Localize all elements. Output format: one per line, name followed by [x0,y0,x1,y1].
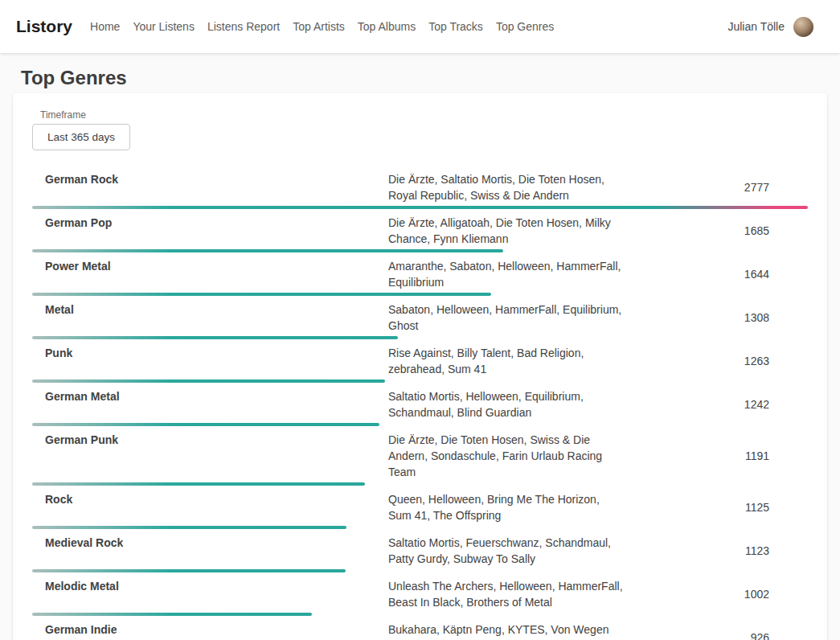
genre-row: German Metal Saltatio Mortis, Helloween,… [32,383,808,426]
genre-artists: Unleash The Archers, Helloween, HammerFa… [388,578,625,610]
genre-name: Rock [32,491,388,523]
genre-table: German Rock Die Ärzte, Saltatio Mortis, … [32,166,808,640]
genre-progress-gradient [32,482,365,486]
genre-progress-gradient [32,293,491,296]
genre-progress-gradient [32,613,312,616]
nav-item-listens-report[interactable]: Listens Report [207,20,280,33]
genre-artists: Die Ärzte, Alligatoah, Die Toten Hosen, … [388,215,625,247]
main-content: Top Genres Timeframe Last 365 days Germa… [0,68,840,640]
genre-name: German Punk [32,432,388,480]
genre-progress-gradient [32,379,385,383]
nav-item-your-listens[interactable]: Your Listens [133,20,195,33]
genre-count: 926 [625,631,808,640]
genre-progress-fill [32,569,346,572]
timeframe-select[interactable]: Last 365 days [32,124,130,150]
genre-progress-gradient [32,336,398,339]
nav-item-home[interactable]: Home [90,20,120,33]
genre-name: Metal [32,302,388,334]
genre-progress-fill [32,423,379,426]
genre-progress-fill [32,293,491,296]
genre-row: Medieval Rock Saltatio Mortis, Feuerschw… [32,529,808,572]
genre-row: Rock Queen, Helloween, Bring Me The Hori… [32,486,808,529]
genre-row: German Indie Bukahara, Käptn Peng, KYTES… [32,616,808,640]
genre-count: 1242 [625,398,808,411]
genre-count: 1002 [625,588,808,601]
topbar: Listory Home Your Listens Listens Report… [0,0,840,53]
genre-progress-fill [32,206,808,209]
genre-artists: Die Ärzte, Saltatio Mortis, Die Toten Ho… [388,171,625,203]
genre-progress-fill [32,526,346,529]
genre-name: German Metal [32,388,388,421]
genre-progress-fill [32,613,312,616]
genre-count: 1685 [625,224,808,237]
genre-row: Punk Rise Against, Billy Talent, Bad Rel… [32,339,808,383]
genre-artists: Sabaton, Helloween, HammerFall, Equilibr… [388,302,625,334]
app-logo[interactable]: Listory [16,17,72,36]
genre-artists: Bukahara, Käptn Peng, KYTES, Von Wegen L… [388,622,625,640]
genre-count: 2777 [625,181,808,194]
genre-count: 1125 [625,501,808,514]
genre-row: German Rock Die Ärzte, Saltatio Mortis, … [32,166,808,209]
genre-name: Medieval Rock [32,535,388,567]
genre-name: German Pop [32,215,388,247]
genre-row: Power Metal Amaranthe, Sabaton, Hellowee… [32,252,808,296]
genre-progress-fill [32,379,385,383]
main-nav: Home Your Listens Listens Report Top Art… [90,20,554,33]
nav-item-top-artists[interactable]: Top Artists [293,20,345,33]
genre-artists: Saltatio Mortis, Feuerschwanz, Schandmau… [388,535,625,567]
genre-progress-gradient [32,526,346,529]
nav-item-top-albums[interactable]: Top Albums [358,20,416,33]
timeframe-label: Timeframe [40,109,808,121]
genre-progress-gradient [32,569,346,572]
user-name: Julian Tölle [727,20,785,33]
genre-progress-fill [32,249,503,252]
genre-count: 1308 [625,311,808,324]
user-menu[interactable]: Julian Tölle [727,17,813,37]
genre-progress-gradient [32,249,503,252]
genre-name: German Indie [32,622,388,640]
genre-progress-gradient [32,423,379,426]
page-title: Top Genres [21,68,827,88]
genre-name: Melodic Metal [32,578,388,610]
genre-count: 1123 [625,544,808,557]
genre-row: Metal Sabaton, Helloween, HammerFall, Eq… [32,296,808,339]
genre-artists: Queen, Helloween, Bring Me The Horizon, … [388,491,625,523]
genre-row: Melodic Metal Unleash The Archers, Hello… [32,572,808,616]
genre-progress-gradient [32,206,808,209]
genre-count: 1644 [625,268,808,281]
genre-row: German Pop Die Ärzte, Alligatoah, Die To… [32,209,808,252]
nav-item-top-genres[interactable]: Top Genres [496,20,554,33]
genre-progress-bar [32,206,808,209]
user-avatar[interactable] [793,17,813,37]
genre-count: 1263 [625,355,808,367]
genre-progress-fill [32,336,398,339]
genre-artists: Die Ärzte, Die Toten Hosen, Swiss & Die … [388,432,625,480]
top-genres-card: Timeframe Last 365 days German Rock Die … [13,93,827,640]
genre-progress-fill [32,482,365,486]
genre-artists: Amaranthe, Sabaton, Helloween, HammerFal… [388,258,625,290]
genre-row: German Punk Die Ärzte, Die Toten Hosen, … [32,426,808,486]
genre-name: Punk [32,345,388,377]
genre-artists: Saltatio Mortis, Helloween, Equilibrium,… [388,388,625,421]
nav-item-top-tracks[interactable]: Top Tracks [428,20,483,33]
genre-artists: Rise Against, Billy Talent, Bad Religion… [388,345,625,377]
genre-name: Power Metal [32,258,388,290]
genre-count: 1191 [625,449,808,462]
genre-name: German Rock [32,171,388,203]
